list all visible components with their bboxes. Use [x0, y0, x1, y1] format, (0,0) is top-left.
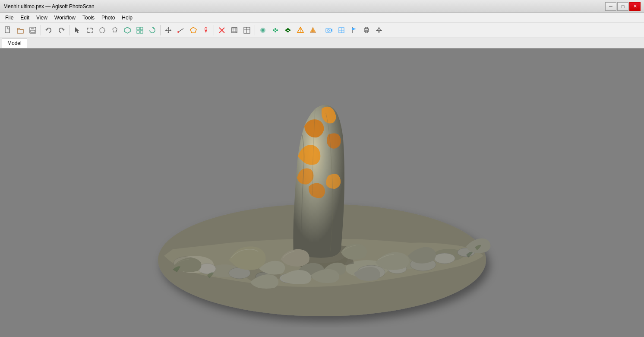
- flag-button[interactable]: [348, 24, 360, 36]
- model-select-button[interactable]: [121, 24, 133, 36]
- model-display: [0, 48, 644, 337]
- navigate-button[interactable]: [373, 24, 385, 36]
- svg-rect-3: [31, 30, 35, 32]
- svg-marker-17: [170, 29, 171, 31]
- svg-point-43: [288, 29, 290, 30]
- title-bar: Menhir ultimo.psx — Agisoft PhotoScan ─ …: [0, 0, 644, 13]
- redo-button[interactable]: [55, 24, 67, 36]
- svg-point-5: [100, 28, 105, 33]
- svg-line-18: [178, 29, 183, 32]
- svg-point-21: [205, 28, 207, 30]
- menu-tools[interactable]: Tools: [79, 14, 98, 22]
- svg-marker-58: [352, 28, 356, 30]
- svg-point-33: [262, 29, 264, 32]
- save-button[interactable]: [27, 24, 39, 36]
- svg-rect-2: [31, 27, 34, 29]
- dense-cloud-button[interactable]: [269, 24, 281, 36]
- window-title: Menhir ultimo.psx — Agisoft PhotoScan: [3, 3, 95, 10]
- svg-rect-8: [137, 27, 139, 30]
- svg-marker-16: [165, 29, 167, 31]
- svg-point-42: [287, 29, 288, 30]
- svg-rect-60: [365, 27, 368, 29]
- point-select-button[interactable]: [134, 24, 146, 36]
- circle-select-button[interactable]: [96, 24, 108, 36]
- svg-rect-9: [140, 27, 143, 30]
- separator-5: [255, 25, 255, 35]
- undo-button[interactable]: [43, 24, 55, 36]
- maximize-button[interactable]: □: [617, 2, 628, 11]
- svg-point-37: [275, 31, 276, 32]
- minimize-button[interactable]: ─: [605, 2, 616, 11]
- menu-bar: File Edit View Workflow Tools Photo Help: [0, 13, 644, 22]
- ruler-button[interactable]: [175, 24, 187, 36]
- separator-1: [41, 25, 41, 35]
- svg-marker-14: [167, 27, 169, 29]
- texture-button[interactable]: [307, 24, 319, 36]
- menu-photo[interactable]: Photo: [98, 14, 118, 22]
- svg-rect-4: [87, 28, 92, 32]
- svg-point-19: [177, 31, 179, 33]
- menu-help[interactable]: Help: [118, 14, 136, 22]
- window-controls: ─ □ ✕: [605, 2, 641, 11]
- svg-point-53: [328, 29, 330, 32]
- separator-2: [69, 25, 69, 35]
- svg-rect-51: [326, 29, 331, 32]
- svg-rect-29: [244, 27, 250, 33]
- new-button[interactable]: [2, 24, 14, 36]
- rect-select-button[interactable]: [84, 24, 96, 36]
- ortho-button[interactable]: [335, 24, 347, 36]
- free-select-button[interactable]: [109, 24, 121, 36]
- svg-point-34: [273, 29, 275, 31]
- svg-rect-11: [140, 31, 143, 33]
- svg-marker-68: [380, 29, 382, 31]
- svg-point-62: [368, 29, 369, 30]
- marker-button[interactable]: [200, 24, 212, 36]
- svg-rect-0: [5, 27, 9, 33]
- tab-bar: Model: [0, 38, 644, 48]
- select-tool-button[interactable]: [71, 24, 83, 36]
- svg-marker-6: [113, 27, 117, 32]
- print-button[interactable]: [360, 24, 373, 36]
- separator-6: [321, 25, 321, 35]
- tab-model[interactable]: Model: [2, 38, 27, 48]
- polygon-tool-button[interactable]: [187, 24, 199, 36]
- grid-button[interactable]: [241, 24, 253, 36]
- svg-marker-7: [124, 27, 130, 33]
- svg-point-82: [434, 253, 455, 264]
- svg-point-44: [287, 30, 288, 32]
- svg-point-36: [276, 29, 278, 31]
- separator-4: [214, 25, 214, 35]
- move-tool-button[interactable]: [162, 24, 174, 36]
- svg-marker-65: [378, 27, 380, 29]
- svg-point-35: [275, 28, 276, 30]
- menu-view[interactable]: View: [33, 14, 51, 22]
- viewport[interactable]: [0, 48, 644, 337]
- tie-points-button[interactable]: [257, 24, 269, 36]
- svg-marker-66: [376, 29, 378, 31]
- svg-rect-10: [137, 31, 139, 33]
- close-button[interactable]: ✕: [629, 2, 641, 11]
- separator-3: [160, 25, 161, 35]
- dense-cloud-on-button[interactable]: [282, 24, 294, 36]
- menu-file[interactable]: File: [2, 14, 17, 22]
- svg-marker-20: [190, 27, 196, 33]
- delete-button[interactable]: [216, 24, 228, 36]
- menu-workflow[interactable]: Workflow: [51, 14, 79, 22]
- rotate-button[interactable]: [146, 24, 158, 36]
- toolbar: [0, 22, 644, 38]
- mesh-button[interactable]: [294, 24, 306, 36]
- open-button[interactable]: [14, 24, 26, 36]
- svg-marker-67: [378, 32, 380, 33]
- crop-button[interactable]: [228, 24, 240, 36]
- menu-edit[interactable]: Edit: [17, 14, 33, 22]
- svg-marker-15: [167, 32, 169, 33]
- svg-rect-24: [232, 28, 237, 33]
- cameras-button[interactable]: [323, 24, 335, 36]
